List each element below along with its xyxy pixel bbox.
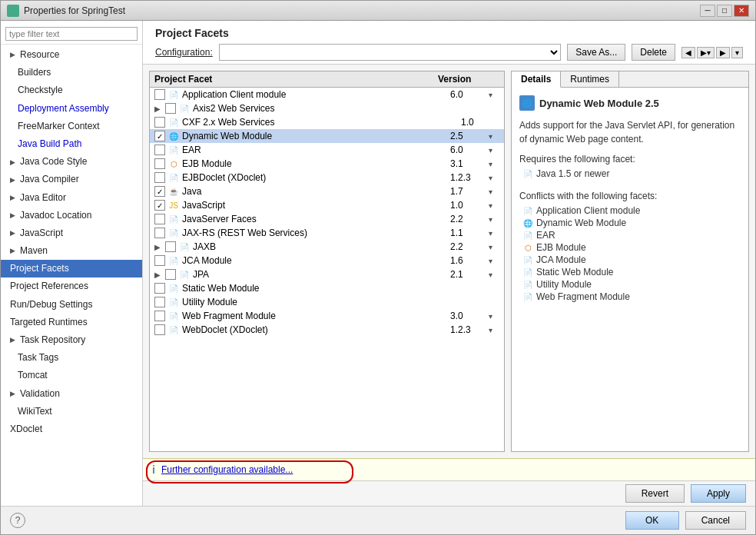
table-row[interactable]: 📄 CXF 2.x Web Services 1.0 bbox=[150, 115, 504, 129]
checkbox-webdoclet[interactable] bbox=[154, 324, 165, 335]
sidebar-item-javascript[interactable]: ▶ JavaScript bbox=[1, 224, 142, 242]
table-row[interactable]: 📄 Utility Module bbox=[150, 295, 504, 309]
expand-icon[interactable]: ▶ bbox=[154, 105, 165, 113]
dropdown-arrow-icon[interactable]: ▾ bbox=[489, 243, 499, 251]
doc-icon: 📄 bbox=[168, 214, 179, 224]
tab-details[interactable]: Details bbox=[512, 71, 561, 88]
sidebar-item-project-facets[interactable]: Project Facets bbox=[1, 260, 142, 277]
sidebar-item-java-code-style[interactable]: ▶ Java Code Style bbox=[1, 153, 142, 171]
doc-icon: 📄 bbox=[168, 89, 179, 100]
checkbox-ejb[interactable] bbox=[154, 158, 165, 169]
dropdown-arrow-icon[interactable]: ▾ bbox=[489, 271, 499, 279]
forward-button[interactable]: ▶ bbox=[716, 47, 730, 58]
checkbox-ejbdoclet[interactable] bbox=[154, 172, 165, 183]
sidebar-item-resource[interactable]: ▶ Resource bbox=[1, 46, 142, 64]
table-row[interactable]: ⬡ EJB Module 3.1 ▾ bbox=[150, 157, 504, 171]
sidebar-item-freemaker[interactable]: FreeMarker Context bbox=[1, 118, 142, 135]
table-row[interactable]: 📄 JAX-RS (REST Web Services) 1.1 ▾ bbox=[150, 226, 504, 240]
dropdown-arrow-icon[interactable]: ▾ bbox=[489, 132, 499, 141]
sidebar-item-builders[interactable]: Builders bbox=[1, 64, 142, 81]
sidebar-item-targeted-runtimes[interactable]: Targeted Runtimes bbox=[1, 314, 142, 331]
ok-button[interactable]: OK bbox=[625, 511, 679, 530]
dropdown-arrow-icon[interactable]: ▾ bbox=[489, 174, 499, 182]
sidebar-item-validation[interactable]: ▶ Validation bbox=[1, 385, 142, 403]
delete-button[interactable]: Delete bbox=[632, 44, 675, 61]
table-row[interactable]: 📄 EJBDoclet (XDoclet) 1.2.3 ▾ bbox=[150, 171, 504, 184]
sidebar-item-tomcat[interactable]: Tomcat bbox=[1, 367, 142, 384]
dropdown-arrow-icon[interactable]: ▾ bbox=[489, 160, 499, 168]
dropdown-arrow-icon[interactable]: ▾ bbox=[489, 229, 499, 238]
table-row[interactable]: ✓ JS JavaScript 1.0 ▾ bbox=[150, 198, 504, 212]
configuration-select[interactable] bbox=[219, 44, 562, 61]
checkbox-jsf[interactable] bbox=[154, 214, 165, 224]
sidebar-item-java-editor[interactable]: ▶ Java Editor bbox=[1, 189, 142, 207]
nav-menu-button[interactable]: ▾ bbox=[731, 47, 743, 58]
filter-input[interactable] bbox=[5, 27, 138, 41]
table-row[interactable]: ▶ 📄 JPA 2.1 ▾ bbox=[150, 268, 504, 281]
cancel-button[interactable]: Cancel bbox=[685, 511, 746, 530]
table-row[interactable]: 📄 EAR 6.0 ▾ bbox=[150, 143, 504, 157]
revert-button[interactable]: Revert bbox=[625, 484, 685, 503]
checkbox-cxf[interactable] bbox=[154, 117, 165, 128]
checkbox-java[interactable]: ✓ bbox=[154, 186, 165, 197]
table-row[interactable]: 📄 JavaServer Faces 2.2 ▾ bbox=[150, 212, 504, 226]
checkbox-static-web[interactable] bbox=[154, 283, 165, 294]
apply-button[interactable]: Apply bbox=[691, 484, 746, 503]
table-row[interactable]: ▶ 📄 JAXB 2.2 ▾ bbox=[150, 240, 504, 254]
dropdown-arrow-icon[interactable]: ▾ bbox=[489, 91, 499, 99]
sidebar-item-checkstyle[interactable]: Checkstyle bbox=[1, 81, 142, 99]
checkbox-utility[interactable] bbox=[154, 297, 165, 307]
checkbox-jaxb[interactable] bbox=[165, 241, 176, 252]
expand-icon[interactable]: ▶ bbox=[154, 243, 165, 251]
sidebar-item-javadoc[interactable]: ▶ Javadoc Location bbox=[1, 207, 142, 224]
expand-icon[interactable]: ▶ bbox=[154, 271, 165, 279]
maximize-button[interactable]: □ bbox=[717, 5, 732, 17]
checkbox-javascript[interactable]: ✓ bbox=[154, 200, 165, 211]
checkbox-jpa[interactable] bbox=[165, 269, 176, 280]
sidebar-item-run-debug[interactable]: Run/Debug Settings bbox=[1, 296, 142, 314]
sidebar-item-project-references[interactable]: Project References bbox=[1, 277, 142, 295]
dropdown-arrow-icon[interactable]: ▾ bbox=[489, 146, 499, 155]
table-row[interactable]: 📄 Static Web Module bbox=[150, 281, 504, 295]
save-as-button[interactable]: Save As... bbox=[567, 44, 625, 61]
further-config-link[interactable]: Further configuration available... bbox=[161, 464, 293, 475]
checkbox-jaxrs[interactable] bbox=[154, 228, 165, 238]
sidebar-item-xdoclet[interactable]: XDoclet bbox=[1, 420, 142, 438]
checkbox-jca[interactable] bbox=[154, 255, 165, 266]
checkbox-app-client[interactable] bbox=[154, 89, 165, 100]
sidebar-label-maven: Maven bbox=[20, 244, 48, 258]
minimize-button[interactable]: ─ bbox=[700, 5, 715, 17]
table-row[interactable]: 📄 JCA Module 1.6 ▾ bbox=[150, 254, 504, 268]
table-row[interactable]: ▶ 📄 Axis2 Web Services bbox=[150, 101, 504, 115]
dropdown-arrow-icon[interactable]: ▾ bbox=[489, 312, 499, 321]
dropdown-arrow-icon[interactable]: ▾ bbox=[489, 215, 499, 224]
sidebar-item-wikitext[interactable]: WikiText bbox=[1, 403, 142, 420]
sidebar-item-task-repository[interactable]: ▶ Task Repository bbox=[1, 331, 142, 349]
checkbox-axis2[interactable] bbox=[165, 103, 176, 114]
dropdown-arrow-icon[interactable]: ▾ bbox=[489, 188, 499, 196]
dropdown-arrow-icon[interactable]: ▾ bbox=[489, 257, 499, 265]
checkbox-ear[interactable] bbox=[154, 145, 165, 155]
checkbox-dynamic-web[interactable]: ✓ bbox=[154, 131, 165, 141]
facet-version: 1.1 bbox=[450, 228, 489, 238]
table-row[interactable]: ✓ ☕ Java 1.7 ▾ bbox=[150, 184, 504, 198]
content-header: Project Facets Configuration: Save As...… bbox=[143, 21, 755, 65]
sidebar-item-java-build-path[interactable]: Java Build Path bbox=[1, 135, 142, 153]
table-row[interactable]: ✓ 🌐 Dynamic Web Module 2.5 ▾ bbox=[150, 129, 504, 143]
checkbox-web-fragment[interactable] bbox=[154, 311, 165, 321]
sidebar-item-maven[interactable]: ▶ Maven bbox=[1, 242, 142, 260]
dropdown-arrow-icon[interactable]: ▾ bbox=[489, 201, 499, 210]
sidebar-item-java-compiler[interactable]: ▶ Java Compiler bbox=[1, 171, 142, 188]
back-button[interactable]: ◀ bbox=[681, 47, 695, 58]
dropdown-arrow-icon[interactable]: ▾ bbox=[489, 326, 499, 334]
doc-icon: 📄 bbox=[522, 254, 533, 265]
table-row[interactable]: 📄 Web Fragment Module 3.0 ▾ bbox=[150, 309, 504, 323]
tab-runtimes[interactable]: Runtimes bbox=[561, 71, 619, 87]
sidebar-item-deployment-assembly[interactable]: Deployment Assembly bbox=[1, 100, 142, 118]
table-row[interactable]: 📄 Application Client module 6.0 ▾ bbox=[150, 88, 504, 101]
table-row[interactable]: 📄 WebDoclet (XDoclet) 1.2.3 ▾ bbox=[150, 323, 504, 337]
forward-dropdown-button[interactable]: ▶▾ bbox=[697, 47, 715, 58]
help-button[interactable]: ? bbox=[10, 513, 25, 528]
sidebar-item-task-tags[interactable]: Task Tags bbox=[1, 349, 142, 367]
close-button[interactable]: ✕ bbox=[734, 5, 749, 17]
